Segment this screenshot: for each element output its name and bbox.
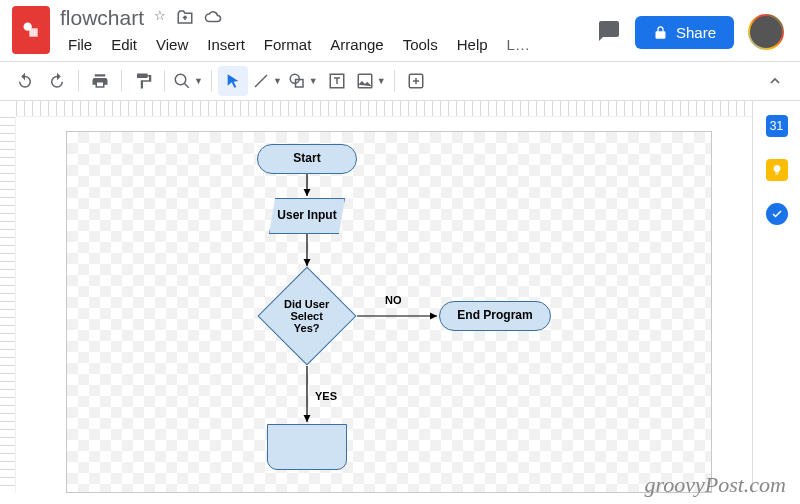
shapes-icon (21, 20, 41, 40)
insert-comment-button[interactable] (401, 66, 431, 96)
separator (394, 70, 395, 92)
canvas-wrap: Start User Input Did User Select Yes? NO… (0, 101, 752, 493)
move-icon[interactable] (176, 8, 194, 29)
side-panel: 31 (752, 101, 800, 493)
chevron-down-icon: ▼ (194, 76, 203, 86)
header-left: flowchart ☆ File Edit View Insert Format (12, 6, 538, 57)
share-label: Share (676, 24, 716, 41)
svg-point-2 (175, 74, 186, 85)
separator (121, 70, 122, 92)
shape-input[interactable]: User Input (269, 198, 345, 234)
cloud-status-icon[interactable] (204, 8, 222, 29)
drawing-page[interactable]: Start User Input Did User Select Yes? NO… (66, 131, 712, 493)
print-button[interactable] (85, 66, 115, 96)
star-icon[interactable]: ☆ (154, 8, 166, 29)
menu-tools[interactable]: Tools (395, 32, 446, 57)
image-tool[interactable]: ▼ (354, 72, 388, 90)
flowchart: Start User Input Did User Select Yes? NO… (67, 132, 711, 492)
label-no: NO (385, 294, 402, 306)
separator (211, 70, 212, 92)
collapse-toolbar-button[interactable] (760, 66, 790, 96)
menu-edit[interactable]: Edit (103, 32, 145, 57)
separator (78, 70, 79, 92)
tasks-addon-icon[interactable] (766, 203, 788, 225)
canvas-area: Start User Input Did User Select Yes? NO… (16, 117, 752, 493)
shape-decision[interactable]: Did User Select Yes? (258, 267, 357, 366)
calendar-addon-icon[interactable]: 31 (766, 115, 788, 137)
shape-tool[interactable]: ▼ (286, 72, 320, 90)
ruler-vertical[interactable] (0, 117, 16, 493)
watermark: groovyPost.com (644, 472, 786, 498)
account-avatar[interactable] (748, 14, 784, 50)
textbox-tool[interactable] (322, 66, 352, 96)
svg-line-4 (255, 75, 267, 87)
select-tool[interactable] (218, 66, 248, 96)
header-right: Share (597, 6, 788, 50)
separator (164, 70, 165, 92)
menu-bar: File Edit View Insert Format Arrange Too… (60, 32, 538, 57)
menu-arrange[interactable]: Arrange (322, 32, 391, 57)
menu-format[interactable]: Format (256, 32, 320, 57)
title-block: flowchart ☆ File Edit View Insert Format (60, 6, 538, 57)
menu-file[interactable]: File (60, 32, 100, 57)
workspace: Start User Input Did User Select Yes? NO… (0, 101, 800, 493)
redo-button[interactable] (42, 66, 72, 96)
comments-button[interactable] (597, 19, 621, 46)
svg-line-3 (184, 83, 189, 88)
line-tool[interactable]: ▼ (250, 72, 284, 90)
document-title[interactable]: flowchart (60, 6, 144, 30)
app-header: flowchart ☆ File Edit View Insert Format (0, 0, 800, 57)
shape-process[interactable] (267, 424, 347, 470)
menu-help[interactable]: Help (449, 32, 496, 57)
svg-rect-1 (29, 28, 37, 36)
title-actions: ☆ (154, 8, 222, 29)
ruler-horizontal[interactable] (16, 101, 752, 117)
menu-more[interactable]: L… (499, 32, 538, 57)
menu-view[interactable]: View (148, 32, 196, 57)
shape-start[interactable]: Start (257, 144, 357, 174)
menu-insert[interactable]: Insert (199, 32, 253, 57)
keep-addon-icon[interactable] (766, 159, 788, 181)
toolbar: ▼ ▼ ▼ ▼ (0, 61, 800, 101)
label-yes: YES (315, 390, 337, 402)
drawings-logo[interactable] (12, 6, 50, 54)
zoom-icon (173, 72, 191, 90)
undo-button[interactable] (10, 66, 40, 96)
lock-icon (653, 25, 668, 40)
shape-end[interactable]: End Program (439, 301, 551, 331)
paint-format-button[interactable] (128, 66, 158, 96)
title-row: flowchart ☆ (60, 6, 538, 30)
zoom-dropdown[interactable]: ▼ (171, 72, 205, 90)
share-button[interactable]: Share (635, 16, 734, 49)
